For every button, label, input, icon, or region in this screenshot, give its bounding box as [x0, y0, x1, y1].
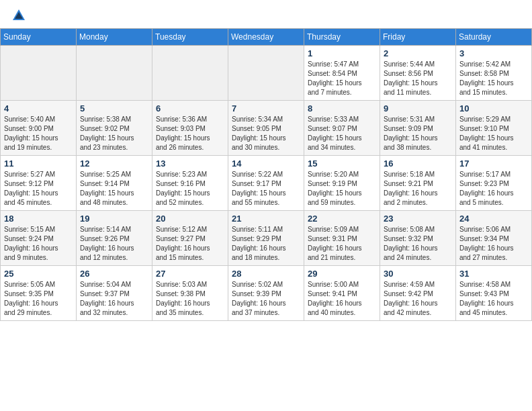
- table-row: 2Sunrise: 5:44 AM Sunset: 8:56 PM Daylig…: [380, 46, 456, 101]
- table-row: 27Sunrise: 5:03 AM Sunset: 9:38 PM Dayli…: [152, 266, 228, 321]
- day-number: 5: [80, 103, 148, 113]
- day-info: Sunrise: 5:00 AM Sunset: 9:41 PM Dayligh…: [308, 280, 376, 318]
- day-number: 15: [308, 158, 376, 169]
- day-info: Sunrise: 5:25 AM Sunset: 9:14 PM Dayligh…: [80, 170, 148, 208]
- day-info: Sunrise: 5:40 AM Sunset: 9:00 PM Dayligh…: [4, 115, 73, 152]
- day-info: Sunrise: 5:34 AM Sunset: 9:05 PM Dayligh…: [232, 115, 300, 152]
- day-info: Sunrise: 5:23 AM Sunset: 9:16 PM Dayligh…: [156, 170, 224, 208]
- day-info: Sunrise: 5:11 AM Sunset: 9:29 PM Dayligh…: [232, 225, 300, 263]
- col-sunday: Sunday: [1, 29, 77, 46]
- table-row: 11Sunrise: 5:27 AM Sunset: 9:12 PM Dayli…: [1, 156, 77, 211]
- table-row: 4Sunrise: 5:40 AM Sunset: 9:00 PM Daylig…: [1, 101, 77, 156]
- day-info: Sunrise: 5:17 AM Sunset: 9:23 PM Dayligh…: [459, 170, 528, 208]
- calendar-week-row: 18Sunrise: 5:15 AM Sunset: 9:24 PM Dayli…: [1, 211, 532, 266]
- table-row: 29Sunrise: 5:00 AM Sunset: 9:41 PM Dayli…: [304, 266, 380, 321]
- day-number: 29: [308, 269, 376, 279]
- day-info: Sunrise: 5:05 AM Sunset: 9:35 PM Dayligh…: [4, 280, 73, 318]
- logo: [11, 8, 27, 23]
- page-wrapper: Sunday Monday Tuesday Wednesday Thursday…: [0, 0, 532, 321]
- table-row: 3Sunrise: 5:42 AM Sunset: 8:58 PM Daylig…: [456, 46, 532, 101]
- day-info: Sunrise: 5:36 AM Sunset: 9:03 PM Dayligh…: [156, 115, 224, 152]
- col-friday: Friday: [380, 29, 456, 46]
- day-number: 4: [4, 103, 73, 113]
- table-row: 12Sunrise: 5:25 AM Sunset: 9:14 PM Dayli…: [77, 156, 152, 211]
- day-info: Sunrise: 5:15 AM Sunset: 9:24 PM Dayligh…: [4, 225, 73, 263]
- day-info: Sunrise: 5:08 AM Sunset: 9:32 PM Dayligh…: [384, 225, 452, 263]
- table-row: 9Sunrise: 5:31 AM Sunset: 9:09 PM Daylig…: [380, 101, 456, 156]
- day-number: 17: [459, 158, 528, 169]
- day-info: Sunrise: 5:47 AM Sunset: 8:54 PM Dayligh…: [308, 60, 376, 97]
- day-info: Sunrise: 5:29 AM Sunset: 9:10 PM Dayligh…: [459, 115, 528, 152]
- table-row: 21Sunrise: 5:11 AM Sunset: 9:29 PM Dayli…: [228, 211, 304, 266]
- table-row: 25Sunrise: 5:05 AM Sunset: 9:35 PM Dayli…: [1, 266, 77, 321]
- day-info: Sunrise: 5:03 AM Sunset: 9:38 PM Dayligh…: [156, 280, 224, 318]
- day-info: Sunrise: 5:04 AM Sunset: 9:37 PM Dayligh…: [80, 280, 148, 318]
- table-row: 6Sunrise: 5:36 AM Sunset: 9:03 PM Daylig…: [152, 101, 228, 156]
- table-row: 5Sunrise: 5:38 AM Sunset: 9:02 PM Daylig…: [77, 101, 152, 156]
- day-info: Sunrise: 5:14 AM Sunset: 9:26 PM Dayligh…: [80, 225, 148, 263]
- calendar-week-row: 11Sunrise: 5:27 AM Sunset: 9:12 PM Dayli…: [1, 156, 532, 211]
- day-number: 27: [156, 269, 224, 279]
- day-number: 24: [459, 214, 528, 224]
- day-info: Sunrise: 5:44 AM Sunset: 8:56 PM Dayligh…: [384, 60, 452, 97]
- day-number: 30: [384, 269, 452, 279]
- table-row: 24Sunrise: 5:06 AM Sunset: 9:34 PM Dayli…: [456, 211, 532, 266]
- table-row: 7Sunrise: 5:34 AM Sunset: 9:05 PM Daylig…: [228, 101, 304, 156]
- table-row: 1Sunrise: 5:47 AM Sunset: 8:54 PM Daylig…: [304, 46, 380, 101]
- day-number: 3: [459, 48, 528, 58]
- table-row: 26Sunrise: 5:04 AM Sunset: 9:37 PM Dayli…: [77, 266, 152, 321]
- day-number: 9: [384, 103, 452, 113]
- day-info: Sunrise: 5:31 AM Sunset: 9:09 PM Dayligh…: [384, 115, 452, 152]
- day-number: 31: [459, 269, 528, 279]
- day-number: 11: [4, 158, 73, 169]
- table-row: [77, 46, 152, 101]
- day-number: 10: [459, 103, 528, 113]
- day-info: Sunrise: 5:12 AM Sunset: 9:27 PM Dayligh…: [156, 225, 224, 263]
- table-row: 31Sunrise: 4:58 AM Sunset: 9:43 PM Dayli…: [456, 266, 532, 321]
- table-row: [228, 46, 304, 101]
- day-info: Sunrise: 4:58 AM Sunset: 9:43 PM Dayligh…: [459, 280, 528, 318]
- col-monday: Monday: [77, 29, 152, 46]
- col-wednesday: Wednesday: [228, 29, 304, 46]
- calendar-week-row: 25Sunrise: 5:05 AM Sunset: 9:35 PM Dayli…: [1, 266, 532, 321]
- table-row: 19Sunrise: 5:14 AM Sunset: 9:26 PM Dayli…: [77, 211, 152, 266]
- table-row: 28Sunrise: 5:02 AM Sunset: 9:39 PM Dayli…: [228, 266, 304, 321]
- day-info: Sunrise: 5:42 AM Sunset: 8:58 PM Dayligh…: [459, 60, 528, 97]
- day-info: Sunrise: 5:18 AM Sunset: 9:21 PM Dayligh…: [384, 170, 452, 208]
- table-row: [1, 46, 77, 101]
- table-row: 8Sunrise: 5:33 AM Sunset: 9:07 PM Daylig…: [304, 101, 380, 156]
- day-info: Sunrise: 5:02 AM Sunset: 9:39 PM Dayligh…: [232, 280, 300, 318]
- day-number: 28: [232, 269, 300, 279]
- table-row: 13Sunrise: 5:23 AM Sunset: 9:16 PM Dayli…: [152, 156, 228, 211]
- calendar-week-row: 4Sunrise: 5:40 AM Sunset: 9:00 PM Daylig…: [1, 101, 532, 156]
- day-info: Sunrise: 5:06 AM Sunset: 9:34 PM Dayligh…: [459, 225, 528, 263]
- logo-icon: [11, 8, 26, 23]
- calendar-week-row: 1Sunrise: 5:47 AM Sunset: 8:54 PM Daylig…: [1, 46, 532, 101]
- day-info: Sunrise: 5:09 AM Sunset: 9:31 PM Dayligh…: [308, 225, 376, 263]
- col-saturday: Saturday: [456, 29, 532, 46]
- table-row: 18Sunrise: 5:15 AM Sunset: 9:24 PM Dayli…: [1, 211, 77, 266]
- day-info: Sunrise: 5:27 AM Sunset: 9:12 PM Dayligh…: [4, 170, 73, 208]
- day-number: 23: [384, 214, 452, 224]
- day-number: 25: [4, 269, 73, 279]
- day-number: 12: [80, 158, 148, 169]
- day-info: Sunrise: 5:20 AM Sunset: 9:19 PM Dayligh…: [308, 170, 376, 208]
- day-number: 7: [232, 103, 300, 113]
- day-info: Sunrise: 5:38 AM Sunset: 9:02 PM Dayligh…: [80, 115, 148, 152]
- table-row: 14Sunrise: 5:22 AM Sunset: 9:17 PM Dayli…: [228, 156, 304, 211]
- day-number: 21: [232, 214, 300, 224]
- table-row: 20Sunrise: 5:12 AM Sunset: 9:27 PM Dayli…: [152, 211, 228, 266]
- day-number: 1: [308, 48, 376, 58]
- table-row: [152, 46, 228, 101]
- day-number: 14: [232, 158, 300, 169]
- day-info: Sunrise: 4:59 AM Sunset: 9:42 PM Dayligh…: [384, 280, 452, 318]
- day-number: 18: [4, 214, 73, 224]
- table-row: 10Sunrise: 5:29 AM Sunset: 9:10 PM Dayli…: [456, 101, 532, 156]
- day-info: Sunrise: 5:33 AM Sunset: 9:07 PM Dayligh…: [308, 115, 376, 152]
- day-number: 6: [156, 103, 224, 113]
- table-row: 16Sunrise: 5:18 AM Sunset: 9:21 PM Dayli…: [380, 156, 456, 211]
- col-thursday: Thursday: [304, 29, 380, 46]
- table-row: 23Sunrise: 5:08 AM Sunset: 9:32 PM Dayli…: [380, 211, 456, 266]
- day-number: 20: [156, 214, 224, 224]
- table-row: 30Sunrise: 4:59 AM Sunset: 9:42 PM Dayli…: [380, 266, 456, 321]
